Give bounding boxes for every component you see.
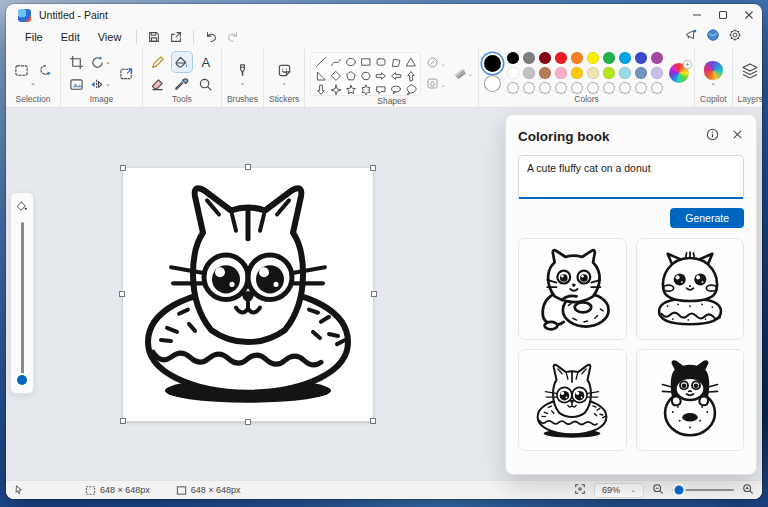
shape-rounded-rectangle-icon[interactable] <box>374 55 387 68</box>
panel-close-icon[interactable] <box>731 127 744 145</box>
shape-curve-icon[interactable] <box>329 55 342 68</box>
selection-dropdown-chevron[interactable]: ⌄ <box>30 80 36 86</box>
brushes-dropdown-chevron[interactable]: ⌄ <box>240 80 246 86</box>
tool-size-slider[interactable] <box>10 192 34 394</box>
result-thumbnail-1[interactable] <box>518 238 627 340</box>
menu-file[interactable]: File <box>16 29 52 45</box>
color-swatch[interactable] <box>523 67 535 79</box>
fill-tool-button[interactable] <box>172 52 192 72</box>
shape-fill-button[interactable] <box>426 76 439 94</box>
magnifier-tool-button[interactable] <box>196 74 216 94</box>
shape-thickness-chevron[interactable]: ⌄ <box>467 71 473 77</box>
feedback-icon[interactable] <box>684 28 698 46</box>
color-swatch[interactable] <box>539 67 551 79</box>
ribbon-collapse-chevron[interactable]: ⌄ <box>749 97 756 106</box>
shape-arrow-left-icon[interactable] <box>389 69 402 82</box>
rotate-button[interactable]: ⌄ <box>90 55 111 70</box>
crop-button[interactable] <box>66 52 86 72</box>
shape-right-triangle-icon[interactable] <box>314 69 327 82</box>
background-removal-button[interactable] <box>66 74 86 94</box>
stickers-button[interactable] <box>274 60 294 80</box>
color-swatch-empty[interactable] <box>507 82 519 94</box>
color-swatch[interactable] <box>619 67 631 79</box>
color-swatch[interactable] <box>635 52 647 64</box>
shape-outline-chevron[interactable]: ⌄ <box>440 61 446 67</box>
color-swatch[interactable] <box>603 52 615 64</box>
shape-arrow-up-icon[interactable] <box>404 69 417 82</box>
color-picker-tool-button[interactable] <box>172 74 192 94</box>
shape-thought-cloud-icon[interactable] <box>404 83 417 96</box>
color-swatch-empty[interactable] <box>619 82 631 94</box>
info-icon[interactable] <box>706 127 719 145</box>
background-color-swatch[interactable] <box>484 75 501 92</box>
color-swatch-empty[interactable] <box>555 82 567 94</box>
shape-outline-button[interactable] <box>426 55 439 73</box>
close-button[interactable] <box>736 4 762 26</box>
color-swatch-empty[interactable] <box>571 82 583 94</box>
color-swatch-empty[interactable] <box>539 82 551 94</box>
color-swatch[interactable] <box>523 52 535 64</box>
color-swatch[interactable] <box>539 52 551 64</box>
settings-gear-icon[interactable] <box>728 28 742 46</box>
selection-handle-mid-right[interactable] <box>371 291 377 297</box>
text-tool-button[interactable]: A <box>196 52 216 72</box>
result-thumbnail-2[interactable] <box>636 238 745 340</box>
color-swatch-empty[interactable] <box>635 82 647 94</box>
color-swatch[interactable] <box>635 67 647 79</box>
shape-speech-rect-icon[interactable] <box>374 83 387 96</box>
selection-handle-mid-left[interactable] <box>119 291 125 297</box>
shape-pentagon-icon[interactable] <box>344 69 357 82</box>
color-swatch[interactable] <box>603 67 615 79</box>
generate-button[interactable]: Generate <box>670 208 744 228</box>
account-avatar[interactable] <box>706 28 720 46</box>
maximize-button[interactable] <box>710 4 736 26</box>
result-thumbnail-3[interactable] <box>518 349 627 451</box>
selection-handle-top-center[interactable] <box>245 164 251 170</box>
resize-image-button[interactable] <box>117 63 137 83</box>
color-swatch[interactable] <box>651 67 663 79</box>
freeform-select-button[interactable] <box>35 60 55 80</box>
shape-rectangle-icon[interactable] <box>359 55 372 68</box>
color-swatch[interactable] <box>507 52 519 64</box>
color-swatch[interactable] <box>571 67 583 79</box>
rectangle-select-button[interactable] <box>11 60 31 80</box>
color-swatch[interactable] <box>587 52 599 64</box>
zoom-out-button[interactable] <box>652 483 664 497</box>
shape-thickness-button[interactable] <box>453 65 466 83</box>
selection-handle-top-right[interactable] <box>370 165 376 171</box>
share-button[interactable] <box>165 28 187 46</box>
shape-speech-oval-icon[interactable] <box>389 83 402 96</box>
size-slider-track[interactable] <box>21 222 24 384</box>
shape-oval-icon[interactable] <box>344 55 357 68</box>
zoom-in-button[interactable] <box>742 483 754 497</box>
selection-handle-top-left[interactable] <box>120 165 126 171</box>
undo-button[interactable] <box>200 28 222 46</box>
zoom-slider-handle[interactable] <box>675 486 684 495</box>
color-swatch[interactable] <box>587 67 599 79</box>
copilot-dropdown-chevron[interactable]: ⌄ <box>710 80 716 86</box>
shape-star-6-icon[interactable] <box>359 83 372 96</box>
color-swatch-empty[interactable] <box>603 82 615 94</box>
color-swatch[interactable] <box>651 52 663 64</box>
shape-polygon-icon[interactable] <box>389 55 402 68</box>
size-slider-handle[interactable] <box>17 375 27 385</box>
redo-button[interactable] <box>222 28 244 46</box>
color-swatch[interactable] <box>555 67 567 79</box>
selection-handle-bottom-right[interactable] <box>370 418 376 424</box>
selection-handle-bottom-center[interactable] <box>245 419 251 425</box>
flip-button[interactable]: ⌄ <box>90 77 111 92</box>
shape-triangle-icon[interactable] <box>404 55 417 68</box>
color-swatch[interactable] <box>555 52 567 64</box>
menu-edit[interactable]: Edit <box>52 29 89 45</box>
brushes-button[interactable] <box>232 60 252 80</box>
zoom-slider-track[interactable] <box>672 489 734 492</box>
prompt-input[interactable]: A cute fluffy cat on a donut <box>518 155 744 199</box>
foreground-color-swatch[interactable] <box>484 55 501 72</box>
save-button[interactable] <box>143 28 165 46</box>
drawing-canvas[interactable] <box>123 168 373 421</box>
stickers-dropdown-chevron[interactable]: ⌄ <box>281 80 287 86</box>
edit-colors-button[interactable]: + <box>669 63 689 83</box>
eraser-tool-button[interactable] <box>148 74 168 94</box>
fit-to-screen-button[interactable] <box>574 483 586 497</box>
menu-view[interactable]: View <box>89 29 131 45</box>
